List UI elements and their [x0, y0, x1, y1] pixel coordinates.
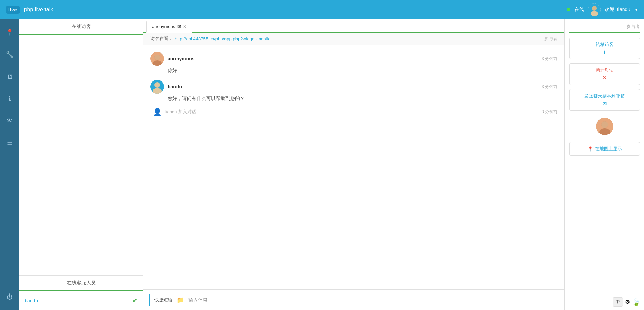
show-on-map-button[interactable]: 📍 在地图上显示 [569, 142, 640, 156]
send-transcript-label: 发送聊天副本到邮箱 [584, 93, 625, 98]
map-label: 在地图上显示 [595, 146, 622, 152]
sidebar-list-icon[interactable]: ☰ [3, 137, 16, 149]
sidebar-device-icon[interactable]: 🖥 [3, 70, 16, 83]
send-transcript-icon: ✉ [573, 100, 636, 107]
quick-phrase-button[interactable]: 快捷短语 [154, 297, 172, 303]
settings-icon-bottom[interactable]: ⚙ [625, 299, 630, 305]
svg-point-7 [154, 55, 160, 60]
logo: live [6, 6, 20, 14]
sidebar-info-icon[interactable]: ℹ [3, 93, 16, 105]
sidebar-eye-icon[interactable]: 👁 [3, 115, 16, 127]
system-person-icon: 👤 [153, 108, 161, 116]
visitor-url-link[interactable]: http://api.448755.cn/php/app.php?widget-… [175, 36, 271, 41]
agent-name[interactable]: tiandu [25, 298, 38, 303]
app-title: php live talk [24, 7, 567, 13]
transfer-visitor-icon: + [573, 49, 636, 55]
user-dropdown-arrow[interactable]: ▼ [634, 7, 638, 12]
chat-text-input[interactable] [188, 297, 559, 303]
online-agents-header: 在线客服人员 [19, 276, 143, 291]
leave-conversation-label: 离开对话 [596, 67, 614, 72]
sidebar-location-icon[interactable]: 📍 [3, 26, 16, 39]
chat-messages: anonymous 3 分钟前 你好 tiandu 3 分 [143, 45, 564, 289]
chat-area: anonymous ✉ ✕ 访客在看： http://api.448755.cn… [143, 19, 565, 310]
leaf-decoration: 🍃 [632, 298, 641, 306]
visitor-avatar-right [596, 118, 613, 135]
message-time-0: 3 分钟前 [542, 56, 557, 62]
svg-point-3 [592, 6, 597, 11]
message-sender-tiandu: tiandu [168, 84, 182, 89]
message-row: anonymous 3 分钟前 你好 [150, 52, 557, 74]
status-dot [567, 8, 570, 11]
tab-label: anonymous [152, 24, 175, 29]
main-layout: 📍 🔧 🖥 ℹ 👁 ☰ ⏻ 在线访客 在线客服人员 tiandu ✔ anony… [0, 19, 644, 310]
user-avatar-header[interactable] [588, 3, 601, 16]
online-visitors-header: 在线访客 [19, 19, 143, 35]
agent-item: tiandu ✔ [25, 294, 138, 307]
anonymous-avatar [150, 52, 164, 66]
right-panel-title: 参与者 [569, 23, 640, 33]
visitor-list [19, 35, 143, 275]
file-attach-icon[interactable]: 📁 [177, 296, 184, 304]
visitor-url-prefix: 访客在看： [150, 36, 173, 42]
right-panel: 参与者 转移访客 + 离开对话 ✕ 发送聊天副本到邮箱 ✉ 📍 在地图上显示 [565, 19, 644, 310]
icon-sidebar: 📍 🔧 🖥 ℹ 👁 ☰ ⏻ [0, 19, 19, 310]
message-time-1: 3 分钟前 [542, 84, 557, 90]
agent-status-icon: ✔ [132, 297, 138, 304]
send-transcript-button[interactable]: 发送聊天副本到邮箱 ✉ [569, 89, 640, 111]
leave-conversation-button[interactable]: 离开对话 ✕ [569, 63, 640, 85]
tiandu-avatar [150, 80, 164, 94]
system-message-text: tiandu 加入对话 [165, 109, 196, 115]
tab-email-icon: ✉ [177, 24, 181, 29]
svg-point-14 [601, 121, 608, 128]
svg-point-9 [154, 82, 160, 88]
transfer-visitor-label: 转移访客 [596, 42, 614, 47]
leave-conversation-icon: ✕ [573, 75, 636, 81]
participants-label: 参与者 [544, 36, 557, 42]
chat-input-area: 快捷短语 📁 [143, 289, 564, 310]
system-message-time: 3 分钟前 [542, 109, 557, 115]
visitor-url-bar: 访客在看： http://api.448755.cn/php/app.php?w… [143, 33, 564, 45]
message-sender-anonymous: anonymous [168, 56, 195, 61]
tab-bar: anonymous ✉ ✕ [143, 19, 564, 33]
system-message-row: 👤 tiandu 加入对话 3 分钟前 [150, 108, 557, 116]
status-label: 在线 [574, 7, 584, 13]
message-body-0: 你好 [168, 67, 557, 74]
message-row: tiandu 3 分钟前 您好，请问有什么可以帮助到您的？ [150, 80, 557, 102]
map-icon: 📍 [587, 146, 593, 152]
welcome-text: 欢迎, tiandu [605, 7, 630, 13]
header-right: 在线 欢迎, tiandu ▼ [567, 3, 638, 16]
input-left-border [149, 294, 150, 306]
chinese-input-button[interactable]: 中 [613, 297, 623, 307]
agent-list: tiandu ✔ [19, 291, 143, 310]
visitor-panel: 在线访客 在线客服人员 tiandu ✔ [19, 19, 143, 310]
chat-tab[interactable]: anonymous ✉ ✕ [146, 21, 192, 33]
bottom-toolbar: 中 ⚙ 🍃 [613, 297, 641, 307]
sidebar-wrench-icon[interactable]: 🔧 [3, 48, 16, 61]
tab-close-icon[interactable]: ✕ [183, 24, 187, 29]
message-body-1: 您好，请问有什么可以帮助到您的？ [168, 95, 557, 102]
message-header: anonymous 3 分钟前 [150, 52, 557, 66]
message-header: tiandu 3 分钟前 [150, 80, 557, 94]
header: live php live talk 在线 欢迎, tiandu ▼ [0, 0, 644, 19]
sidebar-power-icon[interactable]: ⏻ [3, 291, 16, 303]
transfer-visitor-button[interactable]: 转移访客 + [569, 38, 640, 59]
